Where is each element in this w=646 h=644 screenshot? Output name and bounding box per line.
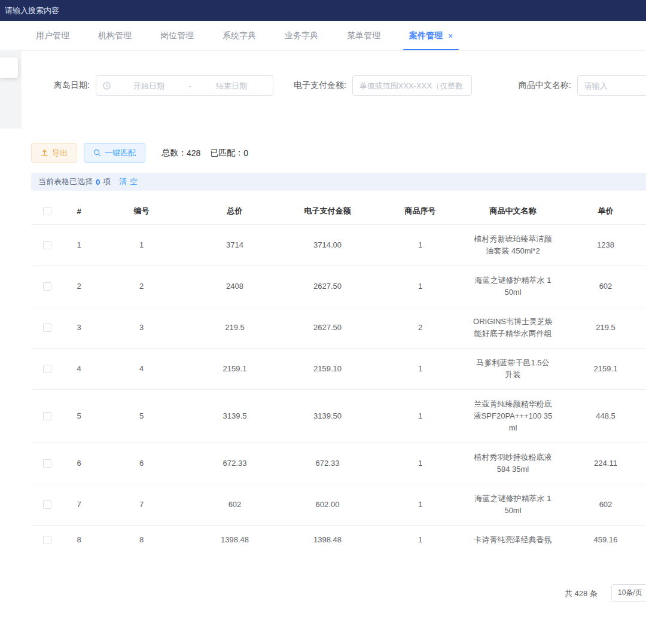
cell-index: 7 xyxy=(63,484,95,525)
table-row: 8 8 1398.48 1398.48 1 卡诗菁纯亮泽经典香氛 459.16 xyxy=(31,526,646,548)
cell-epay-amount: 602.00 xyxy=(281,484,374,525)
table-row: 4 4 2159.1 2159.10 1 马爹利蓝带干邑1.5公升装 2159.… xyxy=(31,349,646,390)
select-all-cell xyxy=(31,198,63,224)
tab-label: 岗位管理 xyxy=(160,30,194,41)
magnifier-icon xyxy=(93,149,101,157)
tab-org-management[interactable]: 机构管理 xyxy=(84,21,146,50)
cell-index: 8 xyxy=(63,526,95,548)
cell-index: 6 xyxy=(63,443,95,484)
row-checkbox[interactable] xyxy=(43,323,51,332)
cell-unit-price: 2159.1 xyxy=(559,349,646,389)
toolbar: 导出 一键匹配 总数：428 已匹配：0 xyxy=(31,143,248,163)
tab-label: 用户管理 xyxy=(36,30,69,41)
cell-unit-price: 448.5 xyxy=(559,390,646,442)
cell-epay-amount: 2627.50 xyxy=(281,266,374,307)
cell-product-seq: 1 xyxy=(374,484,467,525)
select-all-checkbox[interactable] xyxy=(43,207,51,215)
tab-menu-management[interactable]: 菜单管理 xyxy=(333,21,395,50)
row-checkbox-cell xyxy=(31,266,63,307)
matched-count-label: 已匹配： xyxy=(210,148,243,158)
tab-case-management[interactable]: 案件管理 × xyxy=(395,21,467,50)
cell-total-price: 3139.5 xyxy=(188,390,281,442)
close-icon[interactable]: × xyxy=(448,32,453,40)
cell-index: 3 xyxy=(63,307,95,348)
date-range-separator: - xyxy=(187,81,194,90)
cell-product-name: 植村秀新琥珀臻萃洁颜油套装 450ml*2 xyxy=(467,225,559,265)
column-header-code: 编号 xyxy=(95,198,188,224)
cell-unit-price: 224.11 xyxy=(559,443,646,484)
cell-code: 4 xyxy=(95,349,188,389)
filter-row: 离岛日期: - 电子支付金额: 商品中文名称: xyxy=(0,75,646,96)
row-checkbox-cell xyxy=(31,349,63,389)
row-checkbox[interactable] xyxy=(43,500,51,509)
pagination-bar: 共 428 条 10条/页 xyxy=(0,584,646,603)
table-row: 2 2 2408 2627.50 1 海蓝之谜修护精萃水 150ml 602 xyxy=(31,266,646,307)
cell-total-price: 3714 xyxy=(188,225,281,265)
date-start-input[interactable] xyxy=(114,81,184,90)
tab-position-management[interactable]: 岗位管理 xyxy=(146,21,208,50)
cell-unit-price: 602 xyxy=(559,484,646,525)
export-button-label: 导出 xyxy=(52,148,68,158)
cell-product-seq: 1 xyxy=(374,390,467,442)
cell-code: 5 xyxy=(95,390,188,442)
tab-system-dictionary[interactable]: 系统字典 xyxy=(208,21,270,50)
epay-amount-input[interactable] xyxy=(352,75,472,96)
clock-icon xyxy=(102,81,111,90)
row-checkbox[interactable] xyxy=(43,536,51,544)
column-header-product-seq: 商品序号 xyxy=(374,198,467,224)
results-table: # 编号 总价 电子支付金额 商品序号 商品中文名称 单价 1 1 3714 3… xyxy=(31,198,646,548)
export-button[interactable]: 导出 xyxy=(31,143,77,163)
topbar-search-input[interactable] xyxy=(5,6,160,15)
cell-epay-amount: 2627.50 xyxy=(281,307,374,348)
tab-user-management[interactable]: 用户管理 xyxy=(22,21,84,50)
left-collapsed-panel[interactable] xyxy=(0,57,18,78)
date-end-input[interactable] xyxy=(196,81,267,90)
row-checkbox[interactable] xyxy=(43,459,51,468)
cell-code: 7 xyxy=(95,484,188,525)
cell-index: 2 xyxy=(63,266,95,307)
row-checkbox-cell xyxy=(31,443,63,484)
tab-label: 菜单管理 xyxy=(347,30,380,41)
tab-business-dictionary[interactable]: 业务字典 xyxy=(270,21,333,50)
cell-unit-price: 459.16 xyxy=(559,526,646,548)
row-checkbox-cell xyxy=(31,484,63,525)
total-count-label: 总数： xyxy=(162,148,187,158)
cell-product-name: 海蓝之谜修护精萃水 150ml xyxy=(467,266,559,307)
row-checkbox-cell xyxy=(31,307,63,348)
product-name-filter-label: 商品中文名称: xyxy=(519,80,571,91)
cell-unit-price: 219.5 xyxy=(559,307,646,348)
date-range-picker[interactable]: - xyxy=(96,75,273,96)
row-checkbox[interactable] xyxy=(43,241,51,249)
selection-suffix: 项 xyxy=(103,176,111,187)
cell-index: 5 xyxy=(63,390,95,442)
page: 用户管理 机构管理 岗位管理 系统字典 业务字典 菜单管理 案件管理 × 离岛日… xyxy=(0,0,646,644)
cell-epay-amount: 672.33 xyxy=(281,443,374,484)
row-checkbox[interactable] xyxy=(43,412,51,420)
row-checkbox[interactable] xyxy=(43,365,51,373)
table-body[interactable]: 1 1 3714 3714.00 1 植村秀新琥珀臻萃洁颜油套装 450ml*2… xyxy=(31,225,646,548)
export-arrow-icon xyxy=(41,149,48,157)
cell-product-seq: 1 xyxy=(374,266,467,307)
cell-epay-amount: 1398.48 xyxy=(281,526,374,548)
tab-bar: 用户管理 机构管理 岗位管理 系统字典 业务字典 菜单管理 案件管理 × xyxy=(0,21,646,51)
cell-index: 1 xyxy=(63,225,95,265)
table-row: 6 6 672.33 672.33 1 植村秀羽纱持妆粉底液 584 35ml … xyxy=(31,443,646,484)
total-count-value: 428 xyxy=(187,148,200,158)
page-size-value: 10条/页 xyxy=(618,588,642,598)
one-click-match-button[interactable]: 一键匹配 xyxy=(84,143,145,163)
product-name-input[interactable] xyxy=(577,75,646,96)
column-header-unit-price: 单价 xyxy=(559,198,646,224)
tab-label: 机构管理 xyxy=(98,30,132,41)
cell-product-name: 植村秀羽纱持妆粉底液 584 35ml xyxy=(467,443,559,484)
clear-selection-link[interactable]: 清空 xyxy=(119,176,141,187)
cell-total-price: 672.33 xyxy=(188,443,281,484)
row-checkbox-cell xyxy=(31,225,63,265)
cell-product-name: 海蓝之谜修护精萃水 150ml xyxy=(467,484,559,525)
cell-epay-amount: 2159.10 xyxy=(281,349,374,389)
page-size-select[interactable]: 10条/页 xyxy=(611,584,646,602)
row-checkbox[interactable] xyxy=(43,282,51,291)
cell-product-seq: 1 xyxy=(374,225,467,265)
match-button-label: 一键匹配 xyxy=(105,148,136,158)
cell-product-seq: 1 xyxy=(374,443,467,484)
selection-info-bar: 当前表格已选择 0 项 清空 xyxy=(31,173,646,191)
